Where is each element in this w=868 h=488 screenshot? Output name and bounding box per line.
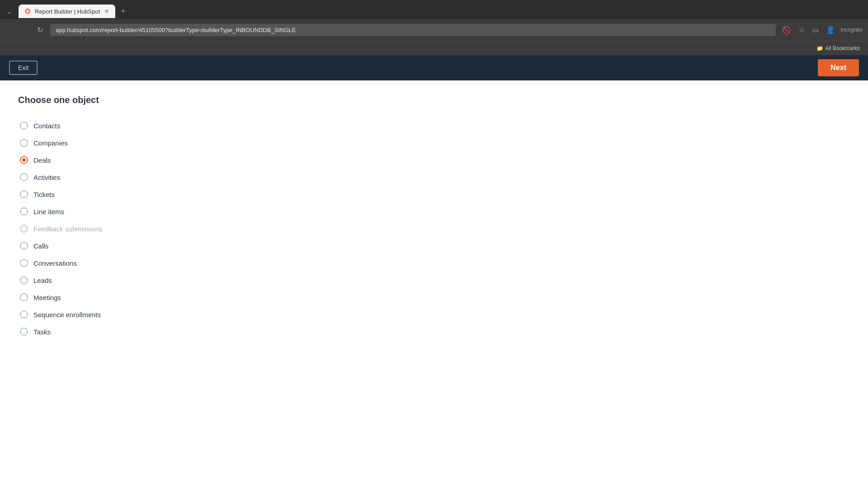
radio-conversations [20,259,28,267]
option-label-sequence-enrollments: Sequence enrollments [33,311,101,319]
radio-outer-contacts [20,122,28,130]
new-tab-button[interactable]: + [117,5,129,18]
option-label-leads: Leads [33,277,52,284]
main-content: Choose one object ContactsCompaniesDeals… [0,80,868,488]
radio-outer-line-items [20,207,28,216]
radio-sequence-enrollments [20,310,28,319]
tab-back-forward: ⌄ [4,5,15,18]
radio-outer-conversations [20,259,28,267]
option-label-tickets: Tickets [33,191,55,198]
option-label-line-items: Line items [33,208,64,216]
option-label-tasks: Tasks [33,328,51,336]
radio-meetings [20,293,28,301]
options-list: ContactsCompaniesDealsActivitiesTicketsL… [18,118,850,339]
tab-close-button[interactable]: ✕ [104,7,110,15]
browser-tab-bar: ⌄ Report Builder | HubSpot ✕ + [0,0,868,19]
radio-outer-meetings [20,293,28,301]
split-view-icon[interactable]: ▭ [810,24,821,36]
radio-outer-deals [20,156,28,164]
radio-line-items [20,207,28,216]
bookmark-star-icon[interactable]: ☆ [797,24,807,36]
page-title: Choose one object [18,95,850,105]
option-label-activities: Activities [33,174,60,181]
bookmarks-folder-icon: 📁 [816,45,823,52]
option-item-conversations[interactable]: Conversations [18,255,850,271]
radio-inner-deals [22,158,26,162]
option-item-deals[interactable]: Deals [18,152,850,168]
tab-favicon [24,8,31,15]
header-left: Exit [9,61,38,75]
option-item-calls[interactable]: Calls [18,238,850,253]
nav-buttons: ← → ↻ [5,24,46,36]
exit-button[interactable]: Exit [9,61,38,75]
option-label-calls: Calls [33,242,48,250]
browser-address-bar: ← → ↻ 🚫 ☆ ▭ 👤 Incognito [0,19,868,41]
radio-companies [20,139,28,147]
radio-deals [20,156,28,164]
option-label-deals: Deals [33,156,51,164]
radio-outer-activities [20,173,28,181]
option-item-leads[interactable]: Leads [18,272,850,288]
back-button[interactable]: ← [5,24,18,36]
browser-chrome: ⌄ Report Builder | HubSpot ✕ + ← → ↻ 🚫 ☆… [0,0,868,55]
radio-feedback-submissions [20,225,28,233]
option-item-activities[interactable]: Activities [18,169,850,185]
radio-outer-tickets [20,190,28,198]
option-item-contacts[interactable]: Contacts [18,118,850,133]
option-item-sequence-enrollments[interactable]: Sequence enrollments [18,307,850,322]
radio-tickets [20,190,28,198]
option-label-meetings: Meetings [33,294,61,301]
option-label-companies: Companies [33,139,68,147]
option-label-conversations: Conversations [33,259,77,267]
address-input[interactable] [50,24,776,36]
all-bookmarks-item[interactable]: 📁 All Bookmarks [814,44,863,52]
visibility-off-icon[interactable]: 🚫 [780,24,793,36]
bookmarks-bar: 📁 All Bookmarks [0,41,868,55]
tab-title: Report Builder | HubSpot [35,8,100,15]
option-item-tickets[interactable]: Tickets [18,187,850,202]
option-item-companies[interactable]: Companies [18,135,850,150]
radio-outer-sequence-enrollments [20,310,28,319]
app-header: Exit Next [0,55,868,80]
radio-tasks [20,328,28,336]
radio-activities [20,173,28,181]
app-container: Exit Next Choose one object ContactsComp… [0,55,868,488]
header-right: Next [818,59,859,76]
option-label-contacts: Contacts [33,122,60,130]
radio-calls [20,242,28,250]
radio-leads [20,276,28,284]
option-item-meetings[interactable]: Meetings [18,290,850,305]
option-item-line-items[interactable]: Line items [18,204,850,219]
reload-button[interactable]: ↻ [34,24,46,36]
option-label-feedback-submissions: Feedback submissions [33,225,103,233]
forward-button[interactable]: → [20,24,33,36]
radio-outer-tasks [20,328,28,336]
active-tab[interactable]: Report Builder | HubSpot ✕ [19,5,115,18]
radio-outer-feedback-submissions [20,225,28,233]
all-bookmarks-label: All Bookmarks [825,45,860,52]
radio-outer-leads [20,276,28,284]
radio-contacts [20,122,28,130]
radio-outer-calls [20,242,28,250]
tab-list-button[interactable]: ⌄ [4,5,15,18]
option-item-tasks[interactable]: Tasks [18,324,850,339]
incognito-label: Incognito [840,27,863,33]
radio-outer-companies [20,139,28,147]
next-button[interactable]: Next [818,59,859,76]
incognito-icon[interactable]: 👤 [824,24,837,36]
option-item-feedback-submissions[interactable]: Feedback submissions [18,221,850,236]
browser-actions: 🚫 ☆ ▭ 👤 Incognito [780,24,863,36]
